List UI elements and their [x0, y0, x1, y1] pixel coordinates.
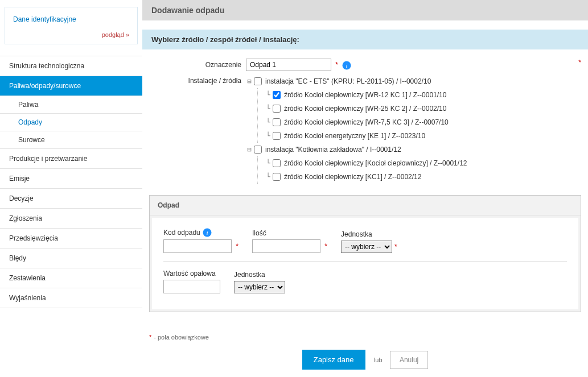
tree-checkbox[interactable] — [273, 105, 281, 113]
required-footnote: *- pola obowiązkowe — [149, 334, 588, 341]
tree-label: instalacja "Kotłownia zakładowa" / I--00… — [265, 144, 401, 155]
tree-checkbox[interactable] — [273, 132, 281, 140]
page-title: Dodawanie odpadu — [142, 0, 588, 20]
cancel-button[interactable]: Anuluj — [390, 351, 428, 369]
tree-leaf-icon: └ — [265, 158, 272, 169]
ilosc-label: Ilość — [252, 229, 327, 237]
kod-odpadu-input[interactable] — [163, 239, 232, 253]
nav-sub-odpady[interactable]: Odpady — [0, 114, 142, 131]
identification-box: Dane identyfikacyjne podgląd » — [5, 7, 138, 44]
jednostka-required: * — [394, 243, 397, 251]
save-button[interactable]: Zapisz dane — [302, 350, 365, 370]
tree-leaf-icon: └ — [265, 117, 272, 128]
jednostka-label: Jednostka — [341, 230, 397, 238]
tree-checkbox[interactable] — [273, 91, 281, 99]
identification-link[interactable]: Dane identyfikacyjne — [13, 15, 76, 23]
jednostka2-select[interactable]: -- wybierz -- — [234, 281, 285, 293]
svg-text:i: i — [206, 229, 208, 236]
ilosc-input[interactable] — [252, 239, 320, 253]
nav-przedsiewziecia[interactable]: Przedsięwzięcia — [0, 229, 142, 248]
or-text: lub — [374, 357, 383, 363]
sidebar: Dane identyfikacyjne podgląd » Struktura… — [0, 0, 142, 377]
oznaczenie-input[interactable] — [246, 59, 331, 71]
main-content: Dodawanie odpadu Wybierz źródło / zespół… — [142, 0, 588, 377]
tree-node-source: └ źródło Kocioł ciepłowniczy [KC1] / Z--… — [265, 170, 581, 184]
tree-label: źródło Kocioł ciepłowniczy [WR-7,5 KC 3]… — [284, 117, 449, 128]
tree-node-source: └ źródło Kocioł ciepłowniczy [WR-7,5 KC … — [265, 115, 581, 129]
nav-sub-surowce[interactable]: Surowce — [0, 131, 142, 149]
nav-struktura[interactable]: Struktura technologiczna — [0, 56, 142, 76]
tree-node-installation-2: ⊟ instalacja "Kotłownia zakładowa" / I--… — [246, 143, 581, 156]
panel-divider — [163, 261, 567, 262]
odpad-panel: Odpad Kod odpadu i * — [149, 195, 581, 312]
oznaczenie-required: * — [335, 61, 338, 69]
tree-label: źródło Kocioł ciepłowniczy [WR-25 KC 2] … — [284, 103, 446, 114]
tree-node-source: └ źródło Kocioł ciepłowniczy [Kocioł cie… — [265, 156, 581, 170]
tree-checkbox[interactable] — [273, 118, 281, 126]
info-icon[interactable]: i — [342, 61, 351, 70]
tree-leaf-icon: └ — [265, 89, 272, 101]
instalacje-label: Instalacje / źródła — [149, 74, 246, 85]
section-title: Wybierz źródło / zespół źródeł / instala… — [142, 30, 588, 49]
nav-paliwa-odpady-surowce[interactable]: Paliwa/odpady/surowce — [0, 76, 142, 96]
wartosc-opalowa-label: Wartość opałowa — [163, 270, 220, 277]
jednostka-select[interactable]: -- wybierz -- — [341, 241, 392, 253]
tree-label: źródło Kocioł ciepłowniczy [WR-12 KC 1] … — [284, 89, 446, 101]
tree-node-source: └ źródło Kocioł energetyczny [KE 1] / Z-… — [265, 129, 581, 143]
sources-tree: ⊟ instalacja "EC - ETS" (KPRU: PL-2011-0… — [246, 74, 581, 184]
nav-bledy[interactable]: Błędy — [0, 248, 142, 268]
tree-label: źródło Kocioł energetyczny [KE 1] / Z--0… — [284, 130, 425, 142]
nav-produkcje[interactable]: Produkcje i przetwarzanie — [0, 149, 142, 169]
panel-header: Odpad — [150, 196, 581, 216]
tree-node-installation-1: ⊟ instalacja "EC - ETS" (KPRU: PL-2011-0… — [246, 74, 581, 88]
preview-link[interactable]: podgląd » — [13, 31, 129, 38]
nav-wyjasnienia[interactable]: Wyjaśnienia — [0, 288, 142, 308]
tree-checkbox[interactable] — [254, 146, 262, 154]
tree-node-source: └ źródło Kocioł ciepłowniczy [WR-12 KC 1… — [265, 88, 581, 102]
kod-required: * — [236, 242, 239, 250]
tree-toggle-icon[interactable]: ⊟ — [246, 76, 253, 87]
jednostka2-label: Jednostka — [234, 271, 285, 279]
form-actions: Zapisz dane lub Anuluj — [142, 350, 588, 377]
nav-sub-paliwa[interactable]: Paliwa — [0, 96, 142, 114]
tree-label: instalacja "EC - ETS" (KPRU: PL-2011-05)… — [265, 76, 431, 87]
nav-emisje[interactable]: Emisje — [0, 169, 142, 189]
ilosc-required: * — [324, 242, 327, 250]
sidebar-nav: Struktura technologiczna Paliwa/odpady/s… — [0, 56, 142, 308]
nav-zgloszenia[interactable]: Zgłoszenia — [0, 209, 142, 229]
svg-text:i: i — [346, 62, 348, 69]
tree-toggle-icon[interactable]: ⊟ — [246, 144, 253, 155]
kod-odpadu-label: Kod odpadu — [163, 229, 200, 237]
nav-zestawienia[interactable]: Zestawienia — [0, 268, 142, 288]
nav-decyzje[interactable]: Decyzje — [0, 189, 142, 209]
tree-node-source: └ źródło Kocioł ciepłowniczy [WR-25 KC 2… — [265, 102, 581, 115]
tree-checkbox[interactable] — [273, 159, 281, 167]
tree-required: * — [578, 59, 581, 67]
wartosc-opalowa-input[interactable] — [163, 280, 220, 293]
tree-label: źródło Kocioł ciepłowniczy [KC1] / Z--00… — [284, 171, 421, 183]
tree-leaf-icon: └ — [265, 130, 272, 142]
tree-label: źródło Kocioł ciepłowniczy [Kocioł ciepł… — [284, 158, 467, 169]
tree-checkbox[interactable] — [273, 173, 281, 181]
tree-leaf-icon: └ — [265, 103, 272, 114]
tree-leaf-icon: └ — [265, 171, 272, 183]
tree-checkbox[interactable] — [254, 77, 262, 85]
oznaczenie-label: Oznaczenie — [149, 59, 246, 69]
info-icon[interactable]: i — [203, 228, 212, 237]
